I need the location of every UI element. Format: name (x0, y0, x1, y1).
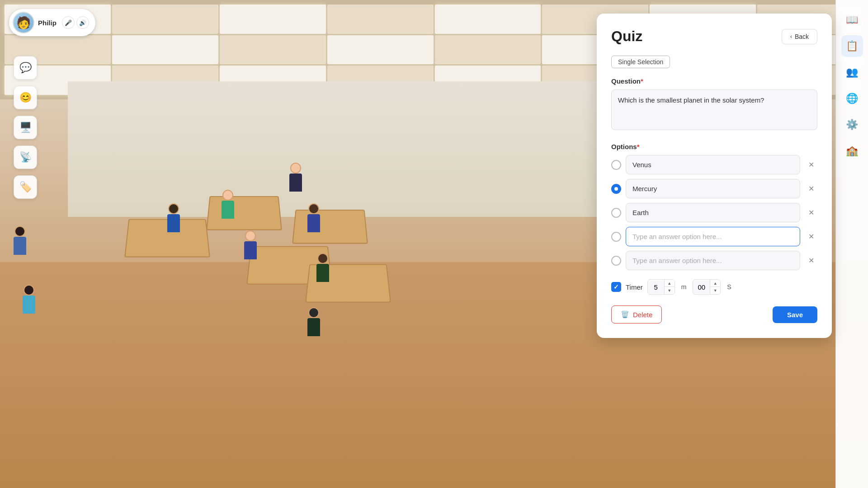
option-row-3: ✕ (611, 203, 817, 222)
question-field-label: Question* (611, 77, 817, 85)
building-button[interactable]: 🏫 (841, 140, 863, 162)
quiz-panel: Quiz ‹ Back Single Selection Question* O… (597, 14, 832, 338)
selection-type-badge[interactable]: Single Selection (611, 56, 670, 68)
timer-seconds-arrows: ▲ ▼ (710, 280, 720, 294)
back-label: Back (795, 33, 809, 40)
cast-icon: 📡 (19, 151, 32, 163)
timer-seconds-up[interactable]: ▲ (710, 280, 720, 287)
people-icon: 👥 (846, 66, 858, 78)
timer-row: Timer 5 ▲ ▼ m 00 ▲ ▼ S (611, 279, 817, 295)
option-input-2[interactable] (626, 179, 800, 198)
chat-button[interactable]: 💬 (14, 56, 37, 80)
save-label: Save (787, 311, 803, 319)
option-radio-3[interactable] (611, 208, 621, 218)
options-required-mark: * (637, 143, 640, 150)
option-input-4[interactable] (626, 227, 800, 246)
option-input-3[interactable] (626, 203, 800, 222)
avatar: 🧑 (13, 12, 34, 33)
settings-icon: ⚙️ (846, 119, 858, 131)
ceiling-panel (327, 35, 434, 65)
action-row: 🗑️ Delete Save (611, 305, 817, 324)
globe-icon: 🌐 (846, 93, 858, 104)
question-textarea[interactable] (611, 89, 817, 130)
student-character (307, 307, 320, 336)
building-icon: 🏫 (846, 145, 858, 157)
quiz-button[interactable]: 📋 (841, 35, 863, 57)
delete-icon: 🗑️ (621, 310, 629, 319)
book-icon: 📖 (846, 14, 858, 26)
right-sidebar: 📖 📋 👥 🌐 ⚙️ 🏫 (835, 0, 868, 488)
settings-button[interactable]: ⚙️ (841, 114, 863, 136)
student-character (316, 253, 329, 282)
teacher-character (289, 163, 302, 192)
option-close-2[interactable]: ✕ (805, 183, 817, 195)
tag-icon: 🏷️ (19, 181, 32, 193)
ceiling-panel (112, 5, 218, 34)
timer-label: Timer (626, 283, 643, 291)
option-input-1[interactable] (626, 155, 800, 174)
quiz-icon: 📋 (846, 40, 858, 52)
timer-minutes-up[interactable]: ▲ (665, 280, 675, 287)
emoji-icon: 😊 (19, 92, 32, 103)
timer-seconds-box: 00 ▲ ▼ (693, 279, 721, 295)
options-section: Options* ✕ ✕ ✕ ✕ ✕ (611, 143, 817, 270)
option-row-4: ✕ (611, 227, 817, 246)
ceiling-panel (327, 5, 434, 34)
timer-seconds-down[interactable]: ▼ (710, 287, 720, 294)
timer-checkbox[interactable] (611, 282, 621, 292)
ceiling-panel (220, 35, 326, 65)
option-radio-5[interactable] (611, 256, 621, 266)
option-radio-1[interactable] (611, 160, 621, 170)
options-field-label: Options* (611, 143, 817, 150)
option-close-5[interactable]: ✕ (805, 254, 817, 267)
desk (292, 210, 368, 244)
save-button[interactable]: Save (773, 306, 817, 323)
screen-share-icon: 🖥️ (19, 122, 32, 133)
left-toolbar: 💬 😊 🖥️ 📡 🏷️ (14, 54, 37, 199)
ceiling-panel (112, 35, 218, 65)
timer-minutes-down[interactable]: ▼ (665, 287, 675, 294)
emoji-button[interactable]: 😊 (14, 86, 37, 109)
option-close-1[interactable]: ✕ (805, 159, 817, 171)
student-character (244, 230, 257, 259)
globe-button[interactable]: 🌐 (841, 88, 863, 109)
option-close-4[interactable]: ✕ (805, 230, 817, 243)
back-button[interactable]: ‹ Back (782, 29, 817, 44)
screen-share-button[interactable]: 🖥️ (14, 116, 37, 139)
mic-button[interactable]: 🎤 (62, 16, 75, 29)
student-character (167, 203, 180, 232)
timer-minutes-box: 5 ▲ ▼ (647, 279, 675, 295)
timer-m-unit: m (679, 283, 689, 291)
mic-icon: 🎤 (65, 19, 72, 26)
option-row-1: ✕ (611, 155, 817, 174)
user-profile: 🧑 Philip 🎤 🔊 (9, 9, 95, 36)
user-name-label: Philip (38, 19, 57, 27)
timer-minutes-value: 5 (648, 281, 664, 294)
selection-type-label: Single Selection (618, 58, 663, 66)
student-character (23, 285, 35, 314)
audio-controls: 🎤 🔊 (62, 16, 89, 29)
quiz-header: Quiz ‹ Back (611, 28, 817, 45)
option-input-5[interactable] (626, 251, 800, 270)
timer-seconds-value: 00 (693, 281, 710, 294)
ceiling-panel (435, 5, 541, 34)
question-required-mark: * (641, 77, 643, 85)
back-chevron-icon: ‹ (790, 33, 792, 40)
book-button[interactable]: 📖 (841, 9, 863, 31)
student-character (14, 226, 26, 255)
option-row-5: ✕ (611, 251, 817, 270)
people-button[interactable]: 👥 (841, 61, 863, 83)
option-close-3[interactable]: ✕ (805, 206, 817, 219)
timer-s-unit: S (725, 283, 733, 291)
cast-button[interactable]: 📡 (14, 145, 37, 169)
delete-button[interactable]: 🗑️ Delete (611, 305, 662, 324)
ceiling-panel (220, 5, 326, 34)
student-character (222, 190, 234, 219)
option-radio-4[interactable] (611, 232, 621, 242)
student-character (307, 203, 320, 232)
timer-minutes-arrows: ▲ ▼ (664, 280, 675, 294)
speaker-icon: 🔊 (79, 19, 86, 26)
option-radio-2[interactable] (611, 184, 621, 194)
speaker-button[interactable]: 🔊 (76, 16, 89, 29)
tag-button[interactable]: 🏷️ (14, 175, 37, 199)
